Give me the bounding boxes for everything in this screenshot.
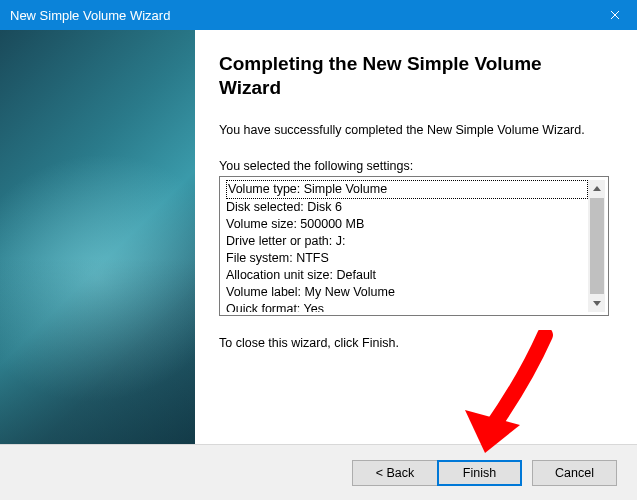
- close-instruction: To close this wizard, click Finish.: [219, 336, 609, 350]
- nav-button-pair: < Back Finish: [352, 460, 522, 486]
- setting-row: Allocation unit size: Default: [226, 267, 588, 284]
- scroll-up-icon[interactable]: [588, 180, 605, 197]
- settings-lines: Volume type: Simple Volume Disk selected…: [226, 180, 588, 312]
- window-title: New Simple Volume Wizard: [10, 8, 170, 23]
- setting-row: Quick format: Yes: [226, 301, 588, 312]
- side-banner: [0, 30, 195, 444]
- scrollbar[interactable]: [588, 180, 605, 312]
- close-icon: [610, 10, 620, 20]
- settings-summary: Volume type: Simple Volume Disk selected…: [219, 176, 609, 316]
- page-heading: Completing the New Simple Volume Wizard: [219, 52, 609, 100]
- titlebar: New Simple Volume Wizard: [0, 0, 637, 30]
- scroll-thumb[interactable]: [590, 198, 604, 294]
- setting-row: Volume type: Simple Volume: [226, 180, 588, 199]
- cancel-button[interactable]: Cancel: [532, 460, 617, 486]
- setting-row: Volume size: 500000 MB: [226, 216, 588, 233]
- scroll-down-icon[interactable]: [588, 295, 605, 312]
- close-button[interactable]: [592, 0, 637, 30]
- setting-row: File system: NTFS: [226, 250, 588, 267]
- wizard-body: Completing the New Simple Volume Wizard …: [0, 30, 637, 445]
- back-button[interactable]: < Back: [352, 460, 437, 486]
- button-bar: < Back Finish Cancel: [0, 445, 637, 500]
- finish-button[interactable]: Finish: [437, 460, 522, 486]
- setting-row: Volume label: My New Volume: [226, 284, 588, 301]
- setting-row: Disk selected: Disk 6: [226, 199, 588, 216]
- settings-label: You selected the following settings:: [219, 159, 609, 173]
- content-pane: Completing the New Simple Volume Wizard …: [195, 30, 637, 444]
- intro-text: You have successfully completed the New …: [219, 122, 609, 140]
- setting-row: Drive letter or path: J:: [226, 233, 588, 250]
